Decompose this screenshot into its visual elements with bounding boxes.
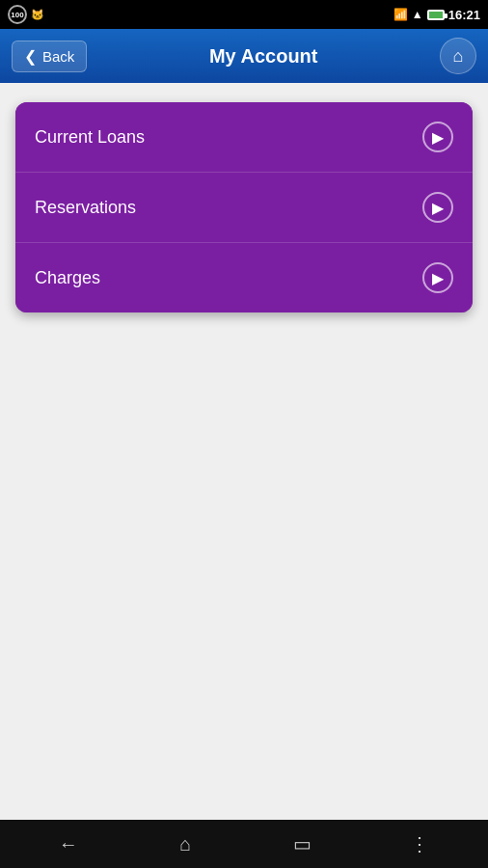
nav-recents-button[interactable]: ▭: [279, 825, 327, 863]
nav-back-icon: ←: [59, 833, 78, 855]
back-label: Back: [42, 48, 74, 65]
battery-percent-icon: 100: [8, 5, 27, 24]
reservations-item[interactable]: Reservations ▶: [15, 173, 473, 243]
status-bar-right: 📶 ▲ 16:21: [393, 8, 480, 22]
bottom-nav: ← ⌂ ▭ ⋮: [0, 820, 488, 868]
nav-recents-icon: ▭: [293, 832, 312, 855]
battery-icon: [427, 10, 445, 20]
back-button[interactable]: ❮ Back: [12, 41, 87, 72]
home-icon: ⌂: [453, 46, 464, 67]
charges-arrow-icon: ▶: [422, 262, 453, 293]
reservations-label: Reservations: [35, 198, 136, 218]
current-loans-arrow-icon: ▶: [422, 122, 453, 152]
nav-more-icon: ⋮: [410, 832, 429, 855]
status-time: 16:21: [448, 8, 480, 22]
back-arrow-icon: ❮: [24, 47, 37, 66]
status-bar: 100 🐱 📶 ▲ 16:21: [0, 0, 488, 29]
wifi-icon: 📶: [393, 8, 408, 21]
app-bar: ❮ Back My Account ⌂: [0, 29, 488, 83]
reservations-arrow-icon: ▶: [422, 192, 453, 223]
account-menu-card: Current Loans ▶ Reservations ▶ Charges ▶: [15, 102, 473, 312]
nav-home-button[interactable]: ⌂: [161, 825, 209, 863]
page-title: My Account: [87, 45, 440, 68]
nav-more-button[interactable]: ⋮: [395, 825, 444, 863]
main-content: Current Loans ▶ Reservations ▶ Charges ▶: [0, 83, 488, 820]
android-icon: 🐱: [31, 9, 44, 21]
signal-icon: ▲: [412, 8, 423, 21]
charges-item[interactable]: Charges ▶: [15, 243, 473, 312]
home-button[interactable]: ⌂: [440, 38, 476, 74]
current-loans-item[interactable]: Current Loans ▶: [15, 102, 473, 173]
current-loans-label: Current Loans: [35, 127, 145, 148]
nav-back-button[interactable]: ←: [44, 825, 93, 863]
charges-label: Charges: [35, 268, 100, 288]
status-bar-left: 100 🐱: [8, 5, 44, 24]
nav-home-icon: ⌂: [179, 833, 191, 855]
